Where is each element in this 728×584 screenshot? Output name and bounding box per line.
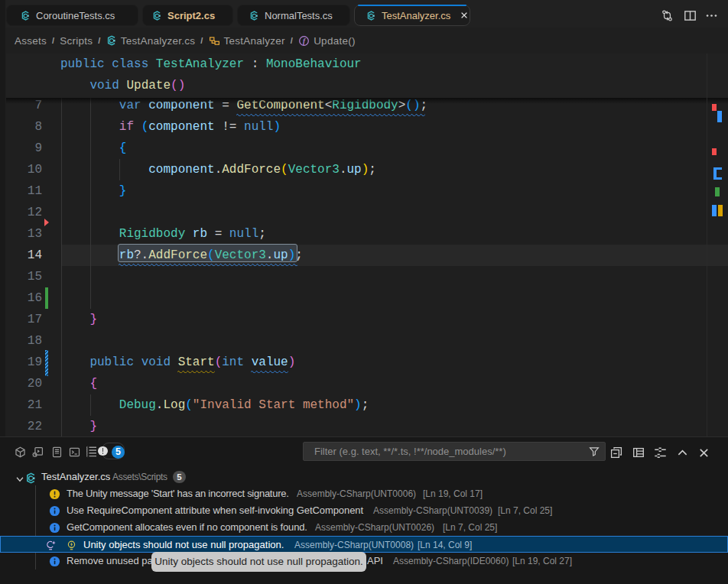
- svg-text:f: f: [303, 37, 306, 44]
